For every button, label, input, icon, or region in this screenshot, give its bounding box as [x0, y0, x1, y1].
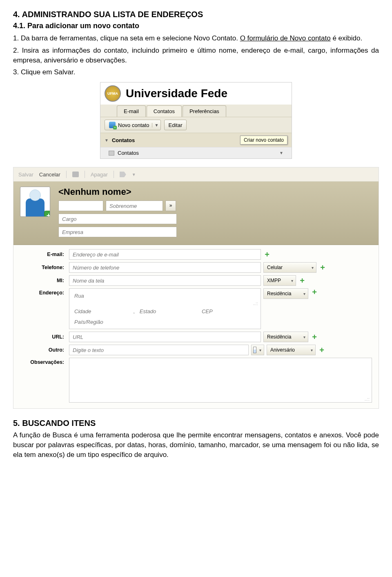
address-label: Endereço: [20, 288, 69, 296]
section-4-1-title: 4.1. Para adicionar um novo contato [13, 22, 379, 30]
other-field[interactable] [69, 345, 249, 355]
plus-icon: + [44, 211, 50, 217]
person-add-icon: + [109, 122, 116, 128]
add-phone-button[interactable]: + [319, 264, 326, 271]
app-title: Universidade Fede [126, 87, 227, 100]
new-contact-button[interactable]: + Novo contato ▼ [105, 120, 161, 130]
form-toolbar: Salvar Cancelar Apagar ▼ [13, 167, 379, 182]
company-field[interactable] [58, 227, 177, 237]
email-field[interactable] [69, 249, 261, 260]
phone-type-select[interactable]: Celular [263, 262, 316, 273]
avatar-body-icon [26, 198, 45, 217]
folder-header-label: Contatos [112, 137, 135, 143]
paragraph-1: 1. Da barra de ferramentas, clique na se… [13, 33, 379, 43]
last-name-field[interactable] [106, 201, 163, 211]
notes-label: Observações: [20, 358, 69, 365]
email-label: E-mail: [20, 252, 69, 257]
resize-handle-icon[interactable]: ..:: [71, 301, 259, 306]
add-address-button[interactable]: + [311, 288, 318, 296]
url-type-select[interactable]: Residência [263, 332, 308, 342]
section-4-title: 4. ADMINISTRANDO SUA LISTA DE ENDEREÇOS [13, 10, 379, 19]
mi-type-select[interactable]: XMPP [263, 275, 296, 286]
app-titlebar: UFMA Universidade Fede [100, 82, 292, 105]
avatar-head-icon [29, 189, 41, 201]
other-label: Outro: [20, 347, 69, 353]
delete-button[interactable]: Apagar [91, 172, 108, 178]
add-email-button[interactable]: + [263, 251, 271, 258]
phone-label: Telefone: [20, 265, 69, 270]
resize-handle-icon[interactable]: ..:: [365, 397, 370, 401]
save-button[interactable]: Salvar [18, 172, 33, 178]
paragraph-2: 2. Insira as informações do contato, inc… [13, 46, 379, 65]
separator [85, 171, 85, 178]
add-mi-button[interactable]: + [298, 277, 306, 284]
edit-button[interactable]: Editar [164, 120, 187, 130]
calendar-icon [253, 347, 256, 353]
folder-header-row: ▼ Contatos Criar novo contato [100, 133, 292, 147]
state-field[interactable] [136, 306, 197, 316]
url-field[interactable] [69, 332, 261, 342]
chevron-down-icon[interactable]: ▼ [152, 123, 159, 127]
country-field[interactable] [71, 316, 259, 327]
screenshot-contact-form: Salvar Cancelar Apagar ▼ + <Nenhum nome>… [13, 167, 379, 409]
url-label: URL: [20, 334, 69, 340]
tab-contacts[interactable]: Contatos [147, 105, 182, 117]
first-name-field[interactable] [58, 201, 103, 211]
comma-separator: , [133, 308, 135, 314]
street-field[interactable] [71, 290, 259, 301]
zip-field[interactable] [198, 306, 259, 316]
chevron-down-icon[interactable]: ▼ [279, 151, 283, 155]
tag-icon[interactable] [120, 172, 126, 177]
notes-field[interactable]: ..:: [69, 358, 372, 403]
new-contact-label: Novo contato [118, 122, 149, 128]
address-type-select[interactable]: Residência [263, 288, 308, 299]
add-url-button[interactable]: + [311, 333, 318, 341]
folder-item-contatos[interactable]: Contatos ▼ [100, 147, 292, 158]
date-picker-button[interactable] [251, 345, 264, 355]
chevron-down-icon[interactable]: ▼ [132, 172, 136, 177]
city-field[interactable] [71, 306, 131, 316]
other-type-select[interactable]: Aniversário [267, 345, 316, 355]
paragraph-5: A função de Busca é uma ferramenta poder… [13, 430, 379, 459]
address-book-icon [109, 151, 114, 156]
section-5-title: 5. BUSCANDO ITENS [13, 419, 379, 428]
ufma-logo-icon: UFMA [105, 85, 121, 102]
print-icon[interactable] [72, 172, 79, 177]
contact-form-fields: E-mail: + Telefone: Celular + MI: XMPP +… [13, 245, 379, 408]
tab-preferences[interactable]: Preferências [183, 105, 226, 117]
job-title-field[interactable] [58, 214, 177, 224]
para1-text-a: 1. Da barra de ferramentas, clique na se… [13, 34, 240, 42]
paragraph-3: 3. Clique em Salvar. [13, 67, 379, 77]
phone-field[interactable] [69, 262, 261, 273]
add-other-button[interactable]: + [318, 346, 325, 354]
expand-name-button[interactable]: » [165, 201, 176, 211]
contacts-toolbar: + Novo contato ▼ Editar [100, 117, 292, 133]
novo-contato-link[interactable]: O formulário de Novo contato [240, 34, 331, 42]
main-tabs: E-mail Contatos Preferências [100, 105, 292, 117]
screenshot-contacts-toolbar: UFMA Universidade Fede E-mail Contatos P… [100, 82, 292, 159]
contact-avatar[interactable]: + [20, 187, 50, 217]
collapse-icon[interactable]: ▼ [105, 138, 109, 143]
address-group: ..:: , [69, 288, 261, 329]
separator [114, 171, 114, 178]
cancel-button[interactable]: Cancelar [39, 172, 60, 178]
tooltip-create-contact: Criar novo contato [240, 136, 287, 145]
contact-hero: + <Nenhum nome> » [13, 182, 379, 245]
tab-email[interactable]: E-mail [117, 105, 146, 117]
para1-text-b: é exibido. [331, 34, 363, 42]
separator [66, 171, 67, 178]
mi-field[interactable] [69, 275, 261, 286]
contact-display-name: <Nenhum nome> [58, 187, 372, 197]
folder-item-label: Contatos [118, 150, 139, 156]
mi-label: MI: [20, 278, 69, 283]
